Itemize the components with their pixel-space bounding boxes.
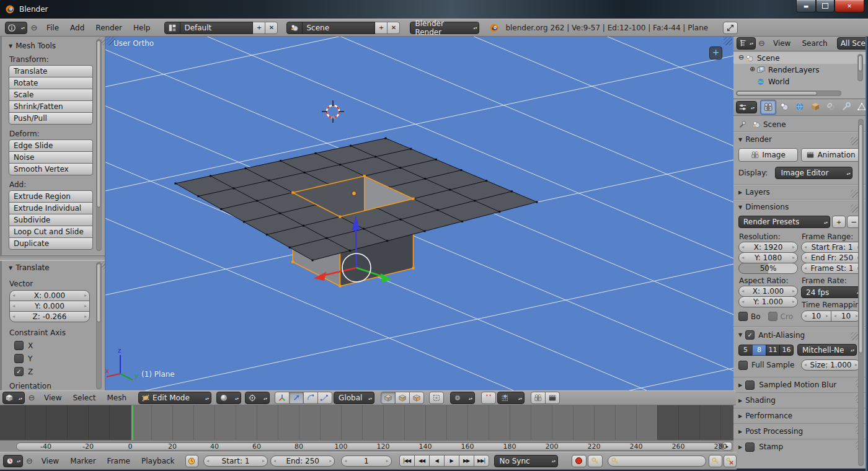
aa-samples-8-button[interactable]: 8	[752, 345, 766, 356]
translate-panel-header[interactable]: ▼Translate	[9, 263, 99, 272]
delete-layout-button[interactable]: ✕	[265, 22, 278, 34]
aa-filter-selector[interactable]: Mitchell-Ne▴▾	[797, 344, 857, 356]
vector-field-z[interactable]: ◂Z: -0.266▸	[9, 311, 90, 322]
delete-keyframe-button[interactable]	[724, 455, 737, 467]
menu-help[interactable]: Help	[133, 24, 150, 32]
snap-toggle-button[interactable]	[481, 392, 496, 404]
mode-selector[interactable]: Edit Mode▴▾	[138, 392, 211, 404]
border-checkbox[interactable]: ✓	[738, 312, 748, 321]
remap-new-field[interactable]: ◂10▸	[831, 310, 861, 322]
rotate-manipulator-button[interactable]	[303, 392, 318, 404]
current-frame-field[interactable]: ◂1▸	[341, 456, 391, 467]
tool-button-edge-slide[interactable]: Edge Slide	[9, 139, 93, 152]
outliner-hscrollbar[interactable]	[736, 90, 841, 96]
outliner-vscrollbar[interactable]	[857, 54, 863, 81]
aa-samples-5-button[interactable]: 5	[738, 345, 753, 356]
scene-icon-button[interactable]	[286, 22, 303, 34]
region-corner-grip[interactable]	[724, 37, 732, 45]
aa-size-field[interactable]: ◂Size: 1.000▸	[801, 359, 861, 371]
collapse-menus-icon[interactable]: ⊖	[758, 39, 765, 48]
pivot-point-selector[interactable]: ▴▾	[245, 392, 270, 404]
editor-type-selector[interactable]: ▴▾	[736, 101, 757, 113]
minus-expander-icon[interactable]: ⊖	[737, 54, 745, 62]
minimize-button[interactable]: ▬	[796, 0, 816, 12]
prev-keyframe-button[interactable]: ◀◀	[414, 455, 430, 467]
add-layout-button[interactable]: ＋	[252, 22, 265, 34]
render-presets-selector[interactable]: Render Presets▴▾	[738, 216, 830, 228]
keying-options-button[interactable]	[588, 455, 603, 467]
sync-mode-selector[interactable]: No Sync▴▾	[494, 455, 558, 467]
pin-icon[interactable]	[738, 120, 747, 129]
render-opengl-anim-button[interactable]	[545, 392, 560, 404]
screen-layout-icon-button[interactable]	[164, 22, 180, 34]
render-engine-selector[interactable]: Blender Render▴▾	[410, 22, 479, 34]
toolshelf-scrollbar[interactable]	[96, 39, 102, 251]
tool-button-smooth-vertex[interactable]: Smooth Vertex	[9, 163, 93, 175]
3d-viewport[interactable]: zxy User Ortho (1) Plane +	[105, 35, 733, 390]
aa-samples-11-button[interactable]: 11	[766, 345, 780, 356]
properties-tab-mesh-data-icon[interactable]	[854, 100, 866, 113]
start-frame-field[interactable]: ◂Start: 1▸	[203, 456, 268, 467]
collapse-menus-icon[interactable]: ⊖	[25, 457, 33, 465]
render-image-button[interactable]: Image	[738, 148, 798, 162]
layers-panel-header[interactable]: ▶Layers	[738, 188, 861, 196]
resolution-x-field[interactable]: ◂X: 1920▸	[738, 242, 798, 253]
aspect-y-field[interactable]: ◂Y: 1.000▸	[738, 296, 798, 307]
timeline-menu-playback[interactable]: Playback	[141, 457, 175, 465]
properties-scrollbar[interactable]	[858, 119, 864, 466]
menu-file[interactable]: File	[46, 24, 59, 32]
crop-checkbox[interactable]: ✓	[768, 312, 777, 321]
editor-type-selector[interactable]: ▴▾	[5, 22, 27, 34]
scene-field[interactable]: Scene	[302, 22, 375, 34]
render-animation-button[interactable]: Animation	[801, 148, 861, 162]
timeline-scrollbar-thumb[interactable]	[16, 442, 720, 451]
insert-keyframe-button[interactable]	[709, 455, 722, 467]
plus-expander-icon[interactable]: ⊕	[748, 66, 756, 74]
render-opengl-button[interactable]	[531, 392, 546, 404]
face-select-button[interactable]	[409, 392, 424, 404]
vector-field-x[interactable]: ◂X: 0.000▸	[9, 290, 90, 301]
end-frame-field[interactable]: ◂End Fr: 250▸	[801, 252, 863, 263]
tool-button-rotate[interactable]: Rotate	[9, 77, 93, 89]
tool-button-duplicate[interactable]: Duplicate	[9, 237, 93, 250]
properties-tab-world-tab-icon[interactable]	[792, 100, 807, 113]
delete-scene-button[interactable]: ✕	[387, 22, 400, 34]
timeline-menu-frame[interactable]: Frame	[107, 457, 130, 465]
timeline-menu-marker[interactable]: Marker	[70, 457, 95, 465]
resolution-percentage-slider[interactable]: 50%	[738, 263, 798, 274]
end-frame-field[interactable]: ◂End: 250▸	[270, 456, 335, 467]
axis-checkbox-y[interactable]: ✓	[14, 354, 24, 363]
viewport-canvas[interactable]: zxy	[105, 35, 733, 390]
frame-rate-selector[interactable]: 24 fps▴▾	[801, 286, 863, 298]
add-preset-button[interactable]: ＋	[832, 216, 846, 228]
editor-type-selector[interactable]: ▴▾	[737, 37, 756, 50]
jump-to-start-button[interactable]: |◀◀	[399, 455, 415, 467]
panel-header-performance[interactable]: ▶Performance	[733, 408, 866, 423]
transform-orientation-selector[interactable]: Global▴▾	[334, 392, 374, 404]
play-reverse-button[interactable]: ◀	[429, 455, 445, 467]
full-sample-checkbox[interactable]: ✓	[738, 361, 748, 370]
viewport-menu-view[interactable]: View	[44, 394, 61, 402]
add-scene-button[interactable]: ＋	[374, 22, 388, 34]
remap-old-field[interactable]: ◂10▸	[801, 310, 831, 322]
outliner-item-scene[interactable]: ⊖Scene	[733, 52, 866, 64]
aa-samples-16-button[interactable]: 16	[779, 345, 794, 356]
next-keyframe-button[interactable]: ▶▶	[459, 455, 474, 467]
frame-step-field[interactable]: ◂Frame St: 1▸	[801, 263, 863, 274]
auto-keyframe-button[interactable]	[572, 455, 587, 467]
panel-header-shading[interactable]: ▶Shading	[733, 392, 866, 408]
viewport-shading-selector[interactable]: ▴▾	[216, 392, 241, 404]
region-corner-grip[interactable]	[107, 37, 115, 45]
outliner-menu-search[interactable]: Search	[802, 39, 827, 48]
aspect-x-field[interactable]: ◂X: 1.000▸	[738, 286, 798, 297]
screen-layout-field[interactable]: Default	[180, 22, 253, 34]
panel-header-post-processing[interactable]: ▶Post Processing	[733, 423, 866, 439]
outliner-item-renderlayers[interactable]: ⊕RenderLayers	[733, 64, 866, 76]
maximize-button[interactable]	[816, 0, 835, 12]
properties-tab-render-icon[interactable]	[760, 100, 776, 115]
display-selector[interactable]: Image Editor▴▾	[775, 167, 852, 179]
timeline-canvas[interactable]	[0, 404, 733, 441]
limit-selection-visible-button[interactable]	[429, 392, 444, 404]
menu-add[interactable]: Add	[70, 24, 84, 32]
panel-header-stamp[interactable]: ▶✓Stamp	[733, 439, 866, 454]
